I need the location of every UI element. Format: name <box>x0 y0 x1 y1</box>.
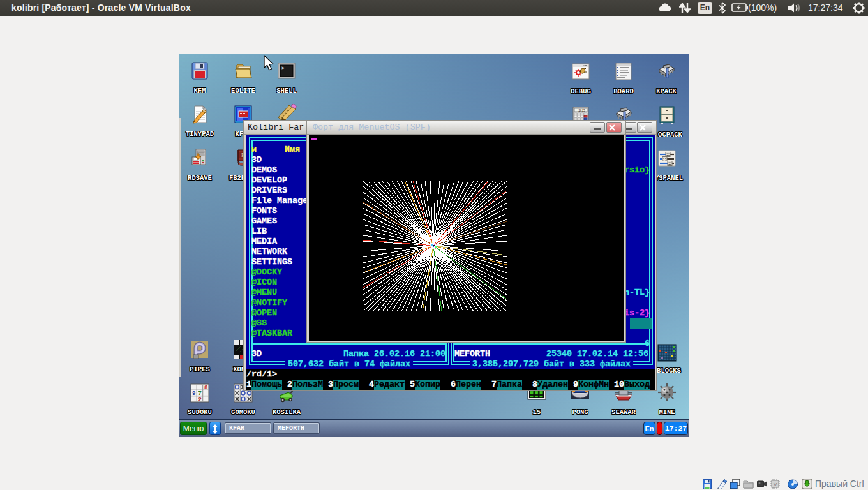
svg-text:V: V <box>774 482 777 487</box>
svg-text:7: 7 <box>198 390 202 397</box>
svg-text:8: 8 <box>204 385 207 391</box>
svg-text:>_: >_ <box>281 66 287 71</box>
svg-text:1815: 1815 <box>578 109 585 112</box>
svg-text:9: 9 <box>192 390 195 397</box>
svg-text:2: 2 <box>198 397 202 403</box>
